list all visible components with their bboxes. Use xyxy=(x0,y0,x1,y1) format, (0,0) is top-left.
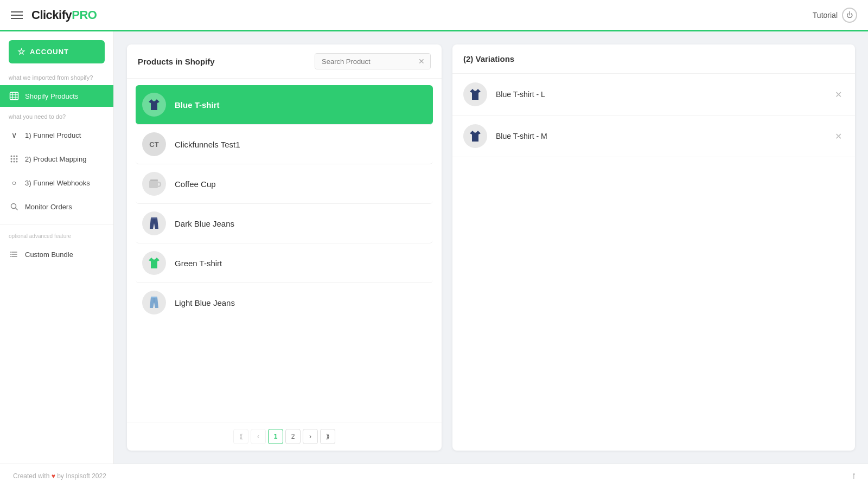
search-icon xyxy=(9,201,20,212)
pagination-page-2[interactable]: 2 xyxy=(285,429,301,444)
pagination: ⟪ ‹ 1 2 › ⟫ xyxy=(127,422,442,451)
svg-point-8 xyxy=(14,161,15,163)
search-input[interactable] xyxy=(315,54,413,69)
footer-text: Created with ♥ by Inspisoft 2022 xyxy=(13,472,106,480)
svg-point-2 xyxy=(14,156,15,157)
product-name: Light Blue Jeans xyxy=(175,298,235,307)
variation-name: Blue T-shirt - M xyxy=(496,132,824,140)
main-layout: ☆ ACCOUNT what we imported from shopify?… xyxy=(0,31,868,464)
product-item[interactable]: Green T-shirt xyxy=(136,243,433,283)
variation-thumbnail xyxy=(463,124,487,148)
svg-point-1 xyxy=(11,156,12,157)
product-item[interactable]: CT Clickfunnels Test1 xyxy=(136,125,433,164)
tutorial-button[interactable]: Tutorial ⏻ xyxy=(813,8,857,23)
svg-point-4 xyxy=(11,158,12,160)
variations-header: (2) Variations xyxy=(452,44,855,74)
product-thumbnail: CT xyxy=(142,132,166,156)
app-logo: ClickifyPRO xyxy=(31,8,97,22)
sidebar-item-custom-bundle[interactable]: Custom Bundle xyxy=(0,243,113,265)
product-item[interactable]: Blue T-shirt xyxy=(136,85,433,125)
sidebar-item-funnel-webhooks[interactable]: ○ 3) Funnel Webhooks xyxy=(0,172,113,194)
product-list: Blue T-shirt CT Clickfunnels Test1 xyxy=(127,79,442,422)
sidebar-item-product-mapping[interactable]: 2) Product Mapping xyxy=(0,148,113,170)
star-icon: ☆ xyxy=(17,47,25,57)
variation-name: Blue T-shirt - L xyxy=(496,90,824,99)
svg-point-3 xyxy=(16,156,18,157)
product-item[interactable]: Dark Blue Jeans xyxy=(136,204,433,243)
tutorial-icon: ⏻ xyxy=(842,8,857,23)
sidebar-item-funnel-product[interactable]: ∨ 1) Funnel Product xyxy=(0,124,113,146)
topbar: ClickifyPRO Tutorial ⏻ xyxy=(0,0,868,31)
funnel-webhooks-label: 3) Funnel Webhooks xyxy=(25,179,90,187)
pagination-page-1[interactable]: 1 xyxy=(268,429,283,444)
svg-point-7 xyxy=(11,161,12,163)
svg-rect-19 xyxy=(150,179,158,181)
shopify-products-label: Shopify Products xyxy=(25,92,78,100)
svg-rect-18 xyxy=(149,181,158,188)
heart-icon: ♥ xyxy=(52,472,55,480)
content-area: Products in Shopify ✕ Blue T-shirt xyxy=(114,31,868,464)
search-clear-button[interactable]: ✕ xyxy=(413,54,430,69)
sidebar-divider xyxy=(0,224,113,224)
products-panel: Products in Shopify ✕ Blue T-shirt xyxy=(127,44,442,451)
variation-thumbnail xyxy=(463,82,487,106)
product-name: Green T-shirt xyxy=(175,259,222,268)
todo-label: what you need to do? xyxy=(0,109,113,122)
product-name: Clickfunnels Test1 xyxy=(175,140,240,149)
circle-icon: ○ xyxy=(9,177,20,188)
sidebar-item-shopify-products[interactable]: Shopify Products xyxy=(0,85,113,107)
grid-icon xyxy=(9,153,20,164)
chevron-down-icon: ∨ xyxy=(9,130,20,140)
svg-point-9 xyxy=(16,161,18,163)
product-item[interactable]: Coffee Cup xyxy=(136,164,433,204)
variation-item: Blue T-shirt - M ✕ xyxy=(452,115,855,157)
list-icon xyxy=(9,249,20,260)
variations-panel: (2) Variations Blue T-shirt - L ✕ xyxy=(452,44,855,451)
variation-remove-button[interactable]: ✕ xyxy=(833,87,844,102)
products-header: Products in Shopify ✕ xyxy=(127,44,442,79)
footer: Created with ♥ by Inspisoft 2022 f xyxy=(0,464,868,488)
pagination-prev[interactable]: ‹ xyxy=(251,429,266,444)
sidebar-item-monitor-orders[interactable]: Monitor Orders xyxy=(0,196,113,217)
tutorial-label: Tutorial xyxy=(813,11,838,20)
svg-point-6 xyxy=(16,158,18,160)
variation-item: Blue T-shirt - L ✕ xyxy=(452,74,855,115)
shopify-icon xyxy=(9,91,20,101)
variation-remove-button[interactable]: ✕ xyxy=(833,129,844,144)
funnel-product-label: 1) Funnel Product xyxy=(25,131,81,139)
sidebar: ☆ ACCOUNT what we imported from shopify?… xyxy=(0,31,114,464)
pagination-next[interactable]: › xyxy=(303,429,318,444)
product-thumbnail xyxy=(142,172,166,196)
product-thumbnail xyxy=(142,211,166,235)
product-item[interactable]: Light Blue Jeans xyxy=(136,283,433,322)
hamburger-menu[interactable] xyxy=(11,11,23,19)
pagination-first[interactable]: ⟪ xyxy=(233,429,248,444)
custom-bundle-label: Custom Bundle xyxy=(25,251,73,259)
pagination-last[interactable]: ⟫ xyxy=(320,429,335,444)
product-thumbnail xyxy=(142,291,166,314)
product-thumbnail xyxy=(142,251,166,275)
product-mapping-label: 2) Product Mapping xyxy=(25,155,86,163)
optional-label: optional advanced feature xyxy=(0,231,113,241)
svg-line-11 xyxy=(16,208,18,210)
svg-point-5 xyxy=(14,158,15,160)
monitor-orders-label: Monitor Orders xyxy=(25,203,72,211)
svg-rect-21 xyxy=(151,217,157,219)
search-container: ✕ xyxy=(315,53,431,69)
account-button[interactable]: ☆ ACCOUNT xyxy=(9,40,105,63)
svg-rect-23 xyxy=(151,297,157,298)
facebook-icon[interactable]: f xyxy=(853,472,855,480)
products-title: Products in Shopify xyxy=(138,57,215,66)
imported-label: what we imported from shopify? xyxy=(0,70,113,83)
product-name: Dark Blue Jeans xyxy=(175,219,234,228)
product-name: Blue T-shirt xyxy=(175,100,220,110)
account-label: ACCOUNT xyxy=(30,48,69,56)
logo-pro: PRO xyxy=(72,8,97,22)
product-name: Coffee Cup xyxy=(175,179,216,189)
product-thumbnail xyxy=(142,93,166,117)
svg-rect-0 xyxy=(10,92,18,100)
